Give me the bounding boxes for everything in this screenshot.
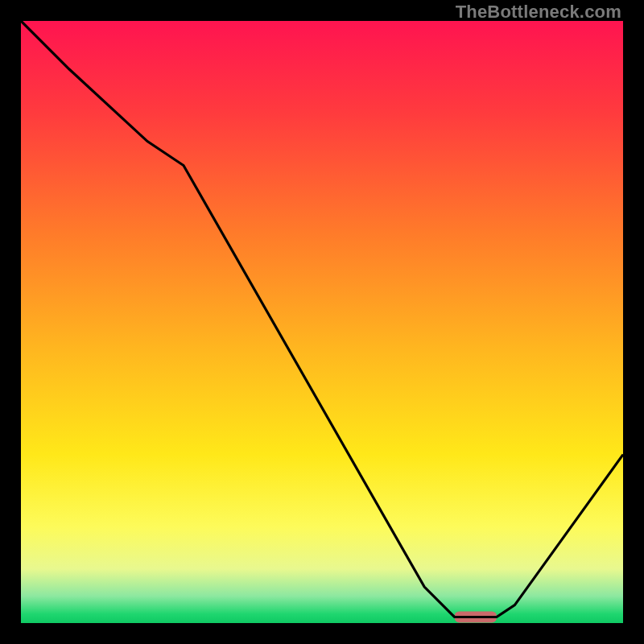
chart-container bbox=[21, 21, 623, 623]
chart-svg bbox=[21, 21, 623, 623]
gradient-background bbox=[21, 21, 623, 623]
watermark-text: TheBottleneck.com bbox=[456, 2, 621, 23]
